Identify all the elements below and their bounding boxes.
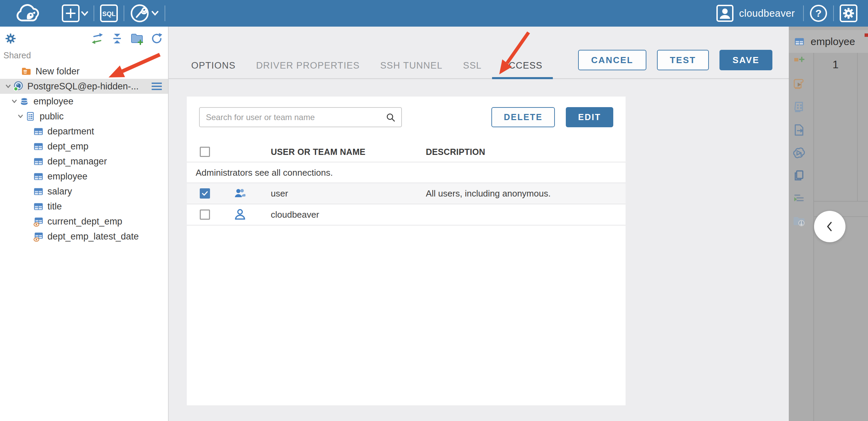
ai-assistant-icon[interactable]	[792, 145, 807, 160]
row-number: 1	[814, 58, 857, 71]
grid-row-line	[814, 201, 868, 202]
cloudbeaver-logo-icon	[12, 3, 47, 24]
save-to-folder-icon[interactable]	[792, 214, 807, 229]
cancel-button[interactable]: CANCEL	[578, 50, 646, 70]
add-folder-icon	[130, 32, 143, 45]
grant-description: All users, including anonymous.	[426, 188, 551, 199]
table-icon	[794, 37, 804, 47]
sql-editor-button[interactable]: SQL	[94, 0, 124, 27]
tree-item-label: public	[40, 111, 64, 122]
tree-item-new-folder[interactable]: New folder	[0, 64, 168, 79]
driver-manager-button[interactable]	[124, 0, 165, 27]
table-icon	[33, 201, 43, 212]
navigator-settings-button[interactable]	[4, 32, 17, 45]
grid-column-line	[857, 53, 858, 201]
tree-item-table-dept-emp[interactable]: dept_emp	[0, 139, 168, 154]
top-bar: SQL cloudbeaver ?	[0, 0, 868, 27]
grant-name: user	[271, 188, 288, 199]
admin-note-row: Administrators see all connections.	[187, 162, 626, 183]
tree-item-database-employee[interactable]: employee	[0, 94, 168, 109]
tab-access[interactable]: ACCESS	[492, 60, 553, 79]
tree-item-table-employee[interactable]: employee	[0, 169, 168, 184]
search-box	[199, 107, 402, 127]
tree-item-label: PostgreSQL@ep-hidden-...	[27, 81, 139, 92]
test-button[interactable]: TEST	[657, 50, 709, 70]
execute-script-icon[interactable]	[792, 77, 807, 92]
tree-item-table-salary[interactable]: salary	[0, 184, 168, 199]
view-icon	[33, 231, 43, 242]
select-all-checkbox[interactable]	[200, 147, 210, 157]
collapse-all-icon	[111, 33, 123, 44]
column-header-name: USER OR TEAM NAME	[271, 147, 365, 157]
tab-driver-properties[interactable]: DRIVER PROPERTIES	[246, 60, 370, 79]
data-editor-panel: employee	[789, 27, 868, 421]
help-icon: ?	[809, 4, 828, 23]
dialog-tabs: OPTIONS DRIVER PROPERTIES SSH TUNNEL SSL…	[181, 27, 553, 79]
tree-item-label: New folder	[36, 66, 80, 77]
link-with-editor-button[interactable]	[91, 32, 104, 45]
folder-database-icon	[21, 66, 31, 76]
connection-dialog: OPTIONS DRIVER PROPERTIES SSH TUNNEL SSL…	[169, 27, 789, 421]
collapse-panel-button[interactable]	[814, 211, 845, 242]
tab-employee-data[interactable]: employee	[789, 30, 868, 53]
tree-item-label: dept_emp	[47, 141, 88, 152]
row-checkbox-checked[interactable]	[200, 188, 210, 199]
postgresql-icon	[13, 81, 23, 91]
team-icon	[234, 187, 247, 200]
table-icon	[33, 141, 43, 151]
tree-item-label: salary	[47, 186, 72, 197]
chevron-down-icon[interactable]	[3, 83, 13, 90]
dialog-actions: CANCEL TEST SAVE	[578, 50, 772, 70]
grants-table-header: USER OR TEAM NAME DESCRIPTION	[187, 142, 626, 162]
tab-ssl[interactable]: SSL	[453, 60, 492, 79]
grant-row-user[interactable]: user All users, including anonymous.	[187, 183, 626, 204]
delete-button[interactable]: DELETE	[491, 107, 555, 127]
chevron-down-icon[interactable]	[16, 113, 25, 120]
table-icon	[33, 186, 43, 197]
navigator-toolbar	[0, 27, 168, 47]
tree-item-label: current_dept_emp	[47, 216, 122, 227]
help-button[interactable]: ?	[804, 0, 833, 27]
row-checkbox-unchecked[interactable]	[200, 209, 210, 220]
view-icon	[33, 216, 43, 227]
search-input[interactable]	[206, 113, 386, 122]
export-data-icon[interactable]	[792, 122, 807, 137]
edit-button[interactable]: EDIT	[566, 107, 613, 127]
node-menu-icon[interactable]	[152, 83, 162, 90]
tree-item-table-dept-manager[interactable]: dept_manager	[0, 154, 168, 169]
copy-icon[interactable]	[792, 168, 807, 183]
tree-item-table-title[interactable]: title	[0, 199, 168, 214]
tab-ssh-tunnel[interactable]: SSH TUNNEL	[370, 60, 453, 79]
settings-button[interactable]	[834, 0, 858, 27]
tree-item-label: department	[47, 126, 94, 137]
tree-item-postgresql-connection[interactable]: PostgreSQL@ep-hidden-...	[0, 79, 168, 94]
grid-view-icon[interactable]	[792, 100, 807, 115]
tree-item-label: dept_emp_latest_date	[47, 231, 139, 242]
new-connection-button[interactable]	[56, 0, 94, 27]
chevron-left-icon	[824, 221, 836, 232]
tree-item-label: title	[47, 201, 62, 212]
refresh-icon	[151, 32, 163, 45]
sync-arrows-icon	[91, 32, 103, 45]
navigator-sidebar: Shared New folder	[0, 27, 169, 421]
tree-item-schema-public[interactable]: public	[0, 109, 168, 124]
add-folder-button[interactable]	[130, 32, 143, 45]
grant-row-cloudbeaver[interactable]: cloudbeaver	[187, 204, 626, 226]
tree-item-view-current-dept-emp[interactable]: current_dept_emp	[0, 214, 168, 229]
refresh-button[interactable]	[150, 32, 163, 45]
tree-item-view-dept-emp-latest-date[interactable]: dept_emp_latest_date	[0, 229, 168, 244]
tab-options[interactable]: OPTIONS	[181, 60, 246, 79]
logs-icon[interactable]	[792, 191, 807, 206]
collapse-all-button[interactable]	[111, 32, 124, 45]
add-row-button[interactable]	[792, 54, 807, 69]
svg-text:?: ?	[815, 8, 822, 19]
table-icon	[33, 171, 43, 182]
data-tab-label: employee	[811, 36, 855, 47]
tree-item-table-department[interactable]: department	[0, 124, 168, 139]
user-menu-button[interactable]: cloudbeaver	[711, 0, 803, 27]
save-button[interactable]: SAVE	[719, 50, 772, 70]
sql-label: SQL	[102, 10, 115, 17]
tree-item-label: dept_manager	[47, 156, 107, 167]
chevron-down-icon[interactable]	[10, 98, 19, 105]
access-panel: DELETE EDIT USER OR TEAM NAME DESCRIPTIO…	[187, 97, 626, 405]
